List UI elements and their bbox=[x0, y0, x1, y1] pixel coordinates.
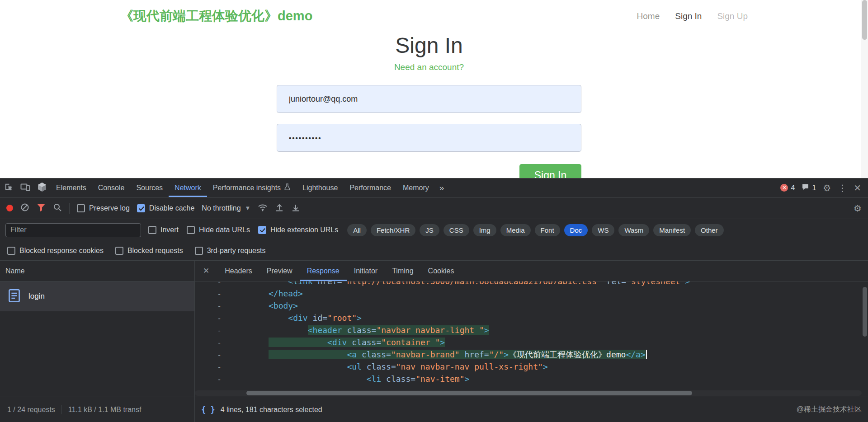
detail-tab-initiator[interactable]: Initiator bbox=[347, 261, 385, 281]
search-icon[interactable] bbox=[53, 203, 62, 214]
tab-performance[interactable]: Performance bbox=[344, 178, 397, 197]
checkbox-hide-extension-urls[interactable]: Hide extension URLs bbox=[258, 226, 338, 234]
page-title: Sign In bbox=[277, 33, 581, 59]
code-line[interactable]: - <ul class="nav navbar-nav pull-xs-righ… bbox=[195, 361, 868, 373]
gutter-marker: - bbox=[215, 337, 224, 349]
detail-tab-timing[interactable]: Timing bbox=[385, 261, 420, 281]
filter-chip-doc[interactable]: Doc bbox=[564, 224, 588, 236]
export-har-icon[interactable] bbox=[291, 203, 300, 214]
requests-summary: 1 / 24 requests bbox=[7, 406, 55, 414]
tab-lighthouse[interactable]: Lighthouse bbox=[297, 178, 344, 197]
devtools-close-icon[interactable]: ✕ bbox=[854, 183, 861, 192]
detail-tab-cookies[interactable]: Cookies bbox=[421, 261, 462, 281]
detail-tab-response[interactable]: Response bbox=[300, 261, 347, 281]
toolbar-divider bbox=[69, 203, 70, 214]
flask-icon bbox=[284, 183, 291, 192]
code-text: <a class="navbar-brand" href="/">《现代前端工程… bbox=[269, 350, 647, 359]
filter-chip-all[interactable]: All bbox=[347, 224, 367, 236]
code-vertical-scrollbar-thumb[interactable] bbox=[863, 287, 867, 337]
site-brand-link[interactable]: 《现代前端工程体验优化》demo bbox=[120, 7, 312, 25]
device-toolbar-button[interactable] bbox=[17, 178, 33, 197]
disable-cache-checkbox[interactable]: Disable cache bbox=[137, 204, 195, 212]
checkbox-hide-data-urls[interactable]: Hide data URLs bbox=[187, 226, 250, 234]
code-token bbox=[269, 350, 347, 359]
nav-link-sign-in[interactable]: Sign In bbox=[675, 11, 702, 21]
import-har-icon[interactable] bbox=[275, 203, 284, 214]
code-line[interactable]: - <link href="http://localhost:3000/main… bbox=[195, 281, 868, 287]
code-line[interactable]: - <div class="container "> bbox=[195, 336, 868, 348]
code-line[interactable]: -</head> bbox=[195, 287, 868, 300]
console-errors-badge[interactable]: 4 bbox=[780, 184, 795, 192]
code-hscrollbar-thumb[interactable] bbox=[246, 391, 692, 395]
preserve-log-checkbox[interactable]: Preserve log bbox=[77, 204, 130, 212]
close-detail-icon[interactable]: ✕ bbox=[195, 266, 217, 276]
detail-tab-headers[interactable]: Headers bbox=[217, 261, 259, 281]
checkbox-blocked-response-cookies[interactable]: Blocked response cookies bbox=[7, 247, 104, 255]
issues-badge[interactable]: 1 bbox=[802, 183, 816, 192]
code-line[interactable]: -<body> bbox=[195, 300, 868, 312]
tab-label: Lighthouse bbox=[302, 184, 338, 192]
checkbox-3rd-party-requests[interactable]: 3rd-party requests bbox=[195, 247, 266, 255]
password-field[interactable] bbox=[277, 124, 581, 152]
format-braces-icon[interactable]: { } bbox=[201, 405, 215, 414]
filter-chip-img[interactable]: Img bbox=[473, 224, 496, 236]
filter-chip-other[interactable]: Other bbox=[695, 224, 724, 236]
signin-form: Sign In Need an account? Sign In bbox=[277, 33, 581, 178]
filter-funnel-icon[interactable] bbox=[37, 203, 46, 213]
filter-chip-media[interactable]: Media bbox=[500, 224, 531, 236]
checkbox-blocked-requests[interactable]: Blocked requests bbox=[115, 247, 183, 255]
tab-elements[interactable]: Elements bbox=[50, 178, 92, 197]
code-token bbox=[269, 325, 308, 335]
tab-console[interactable]: Console bbox=[92, 178, 131, 197]
filter-input[interactable] bbox=[5, 223, 141, 237]
code-line[interactable]: - <header class="navbar navbar-light "> bbox=[195, 324, 868, 336]
code-line[interactable]: - <a class="navbar-brand" href="/">《现代前端… bbox=[195, 348, 868, 361]
nav-link-home[interactable]: Home bbox=[637, 11, 660, 21]
tab-label: Network bbox=[175, 184, 201, 192]
tab-memory[interactable]: Memory bbox=[397, 178, 435, 197]
filter-chip-wasm[interactable]: Wasm bbox=[618, 224, 649, 236]
throttling-select[interactable]: No throttling ▼ bbox=[202, 204, 250, 212]
extension-cube-button[interactable] bbox=[33, 178, 50, 197]
code-line[interactable]: - <div id="root"> bbox=[195, 312, 868, 324]
signin-button-label: Sign In bbox=[534, 169, 567, 178]
filter-chip-font[interactable]: Font bbox=[535, 224, 560, 236]
code-token: "navbar-brand" bbox=[391, 350, 460, 359]
tab-performance-insights[interactable]: Performance insights bbox=[207, 178, 297, 197]
email-field[interactable] bbox=[277, 85, 581, 113]
tab-network[interactable]: Network bbox=[169, 178, 207, 197]
clear-button[interactable] bbox=[20, 203, 29, 214]
request-row[interactable]: login bbox=[0, 281, 194, 311]
signin-button[interactable]: Sign In bbox=[519, 164, 581, 178]
filter-chip-ws[interactable]: WS bbox=[592, 224, 614, 236]
tab-sources[interactable]: Sources bbox=[130, 178, 169, 197]
gutter-marker: - bbox=[215, 281, 224, 288]
checkbox-invert[interactable]: Invert bbox=[148, 226, 179, 234]
code-line[interactable]: - <li class="nav-item"> bbox=[195, 373, 868, 385]
filter-chip-fetch-xhr[interactable]: Fetch/XHR bbox=[371, 224, 415, 236]
filter-chip-css[interactable]: CSS bbox=[443, 224, 469, 236]
settings-gear-icon[interactable]: ⚙ bbox=[823, 183, 831, 192]
code-token: <header bbox=[308, 325, 342, 335]
kebab-menu-icon[interactable]: ⋮ bbox=[838, 183, 847, 192]
response-code-view[interactable]: - <link href="http://localhost:3000/main… bbox=[195, 281, 868, 397]
need-account-link[interactable]: Need an account? bbox=[394, 62, 464, 72]
code-text: <div id="root"> bbox=[269, 313, 362, 323]
network-settings-gear-icon[interactable]: ⚙ bbox=[854, 204, 862, 213]
preserve-log-checkbox-box bbox=[77, 204, 85, 212]
more-tabs-button[interactable]: » bbox=[435, 178, 449, 197]
nav-link-sign-up[interactable]: Sign Up bbox=[717, 11, 748, 21]
page-scrollbar-thumb[interactable] bbox=[862, 0, 867, 40]
code-token: "/" bbox=[489, 350, 504, 359]
filter-chip-manifest[interactable]: Manifest bbox=[653, 224, 691, 236]
network-conditions-icon[interactable] bbox=[258, 203, 268, 213]
filter-chip-js[interactable]: JS bbox=[420, 224, 439, 236]
checkbox-label: Blocked requests bbox=[127, 247, 183, 255]
gutter-marker: - bbox=[215, 361, 224, 373]
inspect-element-button[interactable] bbox=[0, 178, 17, 197]
record-button[interactable] bbox=[6, 205, 13, 211]
name-column-header[interactable]: Name bbox=[0, 261, 194, 281]
code-horizontal-scrollbar[interactable] bbox=[195, 390, 862, 396]
page-scrollbar[interactable] bbox=[861, 0, 868, 178]
detail-tab-preview[interactable]: Preview bbox=[259, 261, 300, 281]
